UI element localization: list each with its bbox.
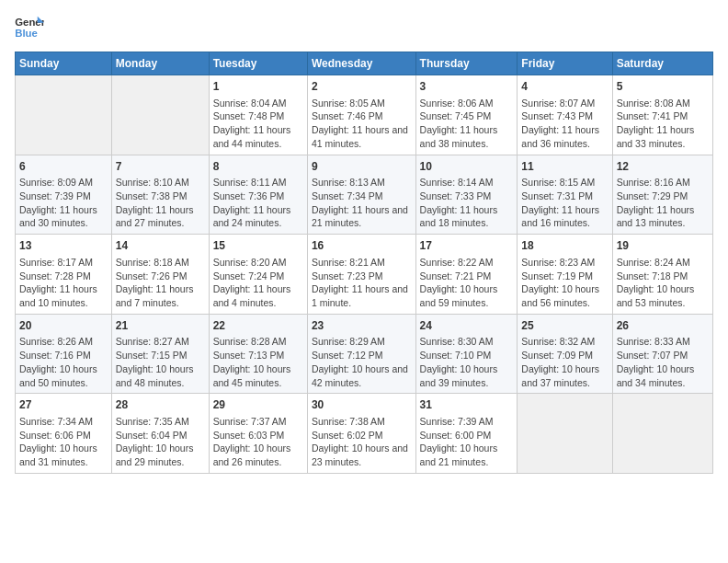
calendar-cell: 14Sunrise: 8:18 AM Sunset: 7:26 PM Dayli… xyxy=(111,235,209,315)
day-number: 8 xyxy=(213,159,303,175)
logo-icon: General Blue xyxy=(15,15,44,40)
calendar-cell: 15Sunrise: 8:20 AM Sunset: 7:24 PM Dayli… xyxy=(209,235,307,315)
calendar-week-row: 20Sunrise: 8:26 AM Sunset: 7:16 PM Dayli… xyxy=(16,314,713,394)
calendar-cell: 24Sunrise: 8:30 AM Sunset: 7:10 PM Dayli… xyxy=(415,314,518,394)
day-number: 31 xyxy=(420,397,514,413)
calendar-week-row: 27Sunrise: 7:34 AM Sunset: 6:06 PM Dayli… xyxy=(16,394,713,474)
calendar-body: 1Sunrise: 8:04 AM Sunset: 7:48 PM Daylig… xyxy=(16,75,713,474)
calendar-cell: 20Sunrise: 8:26 AM Sunset: 7:16 PM Dayli… xyxy=(16,314,112,394)
day-content: Sunrise: 8:29 AM Sunset: 7:12 PM Dayligh… xyxy=(312,335,412,389)
day-content: Sunrise: 8:33 AM Sunset: 7:07 PM Dayligh… xyxy=(617,335,709,389)
weekday-header: Wednesday xyxy=(307,52,415,75)
day-number: 13 xyxy=(19,238,108,254)
day-content: Sunrise: 8:27 AM Sunset: 7:15 PM Dayligh… xyxy=(116,335,205,389)
calendar-cell: 17Sunrise: 8:22 AM Sunset: 7:21 PM Dayli… xyxy=(415,235,518,315)
calendar-cell: 2Sunrise: 8:05 AM Sunset: 7:46 PM Daylig… xyxy=(307,75,415,155)
day-number: 19 xyxy=(617,238,709,254)
day-number: 4 xyxy=(521,79,608,95)
day-number: 22 xyxy=(213,318,303,334)
day-number: 14 xyxy=(116,238,205,254)
day-content: Sunrise: 8:14 AM Sunset: 7:33 PM Dayligh… xyxy=(420,176,514,230)
calendar-cell: 31Sunrise: 7:39 AM Sunset: 6:00 PM Dayli… xyxy=(415,394,518,474)
calendar-cell xyxy=(16,75,112,155)
day-content: Sunrise: 7:39 AM Sunset: 6:00 PM Dayligh… xyxy=(420,415,514,469)
day-number: 7 xyxy=(116,159,205,175)
day-number: 16 xyxy=(312,238,412,254)
calendar-cell: 9Sunrise: 8:13 AM Sunset: 7:34 PM Daylig… xyxy=(307,155,415,235)
page-header: General Blue xyxy=(15,15,713,40)
day-content: Sunrise: 8:08 AM Sunset: 7:41 PM Dayligh… xyxy=(617,97,709,151)
calendar-cell: 22Sunrise: 8:28 AM Sunset: 7:13 PM Dayli… xyxy=(209,314,307,394)
day-content: Sunrise: 8:05 AM Sunset: 7:46 PM Dayligh… xyxy=(312,97,412,151)
day-content: Sunrise: 8:23 AM Sunset: 7:19 PM Dayligh… xyxy=(521,256,608,310)
day-content: Sunrise: 8:07 AM Sunset: 7:43 PM Dayligh… xyxy=(521,97,608,151)
day-content: Sunrise: 8:15 AM Sunset: 7:31 PM Dayligh… xyxy=(521,176,608,230)
day-number: 15 xyxy=(213,238,303,254)
weekday-header: Friday xyxy=(518,52,612,75)
day-content: Sunrise: 8:13 AM Sunset: 7:34 PM Dayligh… xyxy=(312,176,412,230)
weekday-header: Thursday xyxy=(415,52,518,75)
day-content: Sunrise: 8:09 AM Sunset: 7:39 PM Dayligh… xyxy=(19,176,108,230)
calendar-cell: 30Sunrise: 7:38 AM Sunset: 6:02 PM Dayli… xyxy=(307,394,415,474)
weekday-header: Saturday xyxy=(612,52,712,75)
day-number: 9 xyxy=(312,159,412,175)
day-number: 3 xyxy=(420,79,514,95)
day-number: 10 xyxy=(420,159,514,175)
day-number: 23 xyxy=(312,318,412,334)
day-number: 20 xyxy=(19,318,108,334)
day-content: Sunrise: 8:24 AM Sunset: 7:18 PM Dayligh… xyxy=(617,256,709,310)
weekday-header: Monday xyxy=(111,52,209,75)
calendar-cell: 27Sunrise: 7:34 AM Sunset: 6:06 PM Dayli… xyxy=(16,394,112,474)
calendar-week-row: 1Sunrise: 8:04 AM Sunset: 7:48 PM Daylig… xyxy=(16,75,713,155)
calendar-cell: 3Sunrise: 8:06 AM Sunset: 7:45 PM Daylig… xyxy=(415,75,518,155)
calendar-week-row: 13Sunrise: 8:17 AM Sunset: 7:28 PM Dayli… xyxy=(16,235,713,315)
day-number: 28 xyxy=(116,397,205,413)
day-number: 5 xyxy=(617,79,709,95)
day-number: 12 xyxy=(617,159,709,175)
calendar-cell: 25Sunrise: 8:32 AM Sunset: 7:09 PM Dayli… xyxy=(518,314,612,394)
calendar-cell xyxy=(518,394,612,474)
day-number: 30 xyxy=(312,397,412,413)
calendar-cell: 12Sunrise: 8:16 AM Sunset: 7:29 PM Dayli… xyxy=(612,155,712,235)
day-number: 17 xyxy=(420,238,514,254)
calendar-table: SundayMondayTuesdayWednesdayThursdayFrid… xyxy=(15,52,713,474)
calendar-cell: 6Sunrise: 8:09 AM Sunset: 7:39 PM Daylig… xyxy=(16,155,112,235)
calendar-cell: 28Sunrise: 7:35 AM Sunset: 6:04 PM Dayli… xyxy=(111,394,209,474)
svg-text:Blue: Blue xyxy=(15,28,38,39)
day-content: Sunrise: 8:18 AM Sunset: 7:26 PM Dayligh… xyxy=(116,256,205,310)
day-content: Sunrise: 7:38 AM Sunset: 6:02 PM Dayligh… xyxy=(312,415,412,469)
calendar-cell: 1Sunrise: 8:04 AM Sunset: 7:48 PM Daylig… xyxy=(209,75,307,155)
day-content: Sunrise: 8:16 AM Sunset: 7:29 PM Dayligh… xyxy=(617,176,709,230)
calendar-cell: 21Sunrise: 8:27 AM Sunset: 7:15 PM Dayli… xyxy=(111,314,209,394)
calendar-cell: 16Sunrise: 8:21 AM Sunset: 7:23 PM Dayli… xyxy=(307,235,415,315)
day-number: 26 xyxy=(617,318,709,334)
day-number: 24 xyxy=(420,318,514,334)
calendar-header-row: SundayMondayTuesdayWednesdayThursdayFrid… xyxy=(16,52,713,75)
day-content: Sunrise: 8:04 AM Sunset: 7:48 PM Dayligh… xyxy=(213,97,303,151)
day-number: 11 xyxy=(521,159,608,175)
day-number: 18 xyxy=(521,238,608,254)
day-content: Sunrise: 8:17 AM Sunset: 7:28 PM Dayligh… xyxy=(19,256,108,310)
day-number: 21 xyxy=(116,318,205,334)
calendar-cell: 10Sunrise: 8:14 AM Sunset: 7:33 PM Dayli… xyxy=(415,155,518,235)
calendar-cell: 13Sunrise: 8:17 AM Sunset: 7:28 PM Dayli… xyxy=(16,235,112,315)
day-content: Sunrise: 8:30 AM Sunset: 7:10 PM Dayligh… xyxy=(420,335,514,389)
day-content: Sunrise: 8:26 AM Sunset: 7:16 PM Dayligh… xyxy=(19,335,108,389)
calendar-cell: 8Sunrise: 8:11 AM Sunset: 7:36 PM Daylig… xyxy=(209,155,307,235)
calendar-cell: 5Sunrise: 8:08 AM Sunset: 7:41 PM Daylig… xyxy=(612,75,712,155)
calendar-cell: 19Sunrise: 8:24 AM Sunset: 7:18 PM Dayli… xyxy=(612,235,712,315)
calendar-cell: 18Sunrise: 8:23 AM Sunset: 7:19 PM Dayli… xyxy=(518,235,612,315)
calendar-cell: 4Sunrise: 8:07 AM Sunset: 7:43 PM Daylig… xyxy=(518,75,612,155)
day-content: Sunrise: 8:06 AM Sunset: 7:45 PM Dayligh… xyxy=(420,97,514,151)
day-number: 2 xyxy=(312,79,412,95)
calendar-cell: 29Sunrise: 7:37 AM Sunset: 6:03 PM Dayli… xyxy=(209,394,307,474)
day-content: Sunrise: 7:34 AM Sunset: 6:06 PM Dayligh… xyxy=(19,415,108,469)
day-number: 25 xyxy=(521,318,608,334)
day-content: Sunrise: 8:20 AM Sunset: 7:24 PM Dayligh… xyxy=(213,256,303,310)
day-content: Sunrise: 8:11 AM Sunset: 7:36 PM Dayligh… xyxy=(213,176,303,230)
day-content: Sunrise: 8:22 AM Sunset: 7:21 PM Dayligh… xyxy=(420,256,514,310)
day-content: Sunrise: 8:21 AM Sunset: 7:23 PM Dayligh… xyxy=(312,256,412,310)
day-content: Sunrise: 8:32 AM Sunset: 7:09 PM Dayligh… xyxy=(521,335,608,389)
logo: General Blue xyxy=(15,15,48,40)
day-content: Sunrise: 8:28 AM Sunset: 7:13 PM Dayligh… xyxy=(213,335,303,389)
